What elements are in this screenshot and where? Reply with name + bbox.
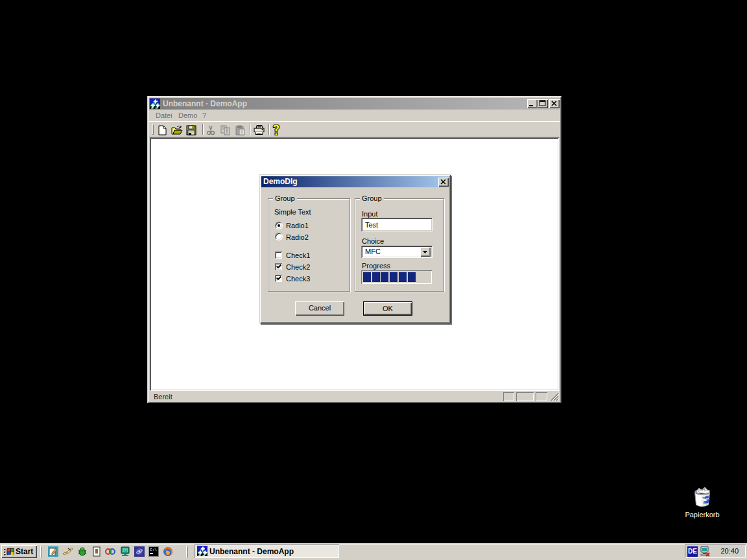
svg-text:TZ: TZ <box>123 549 127 553</box>
svg-text:C:\: C:\ <box>150 548 157 552</box>
